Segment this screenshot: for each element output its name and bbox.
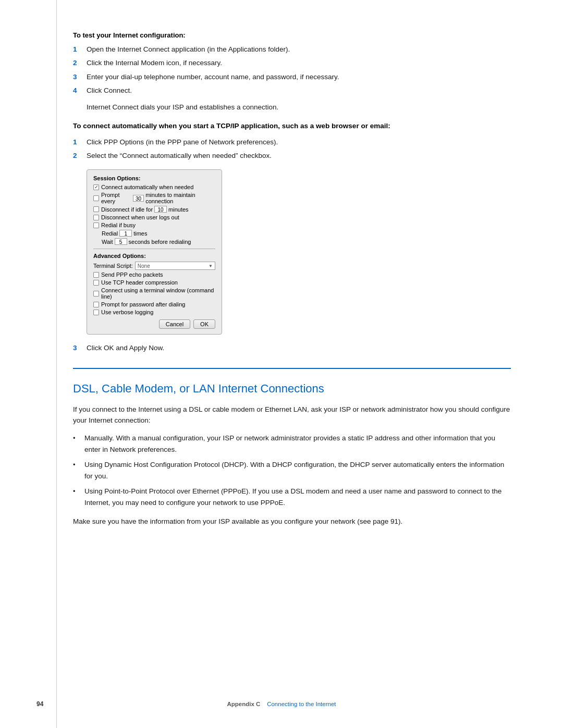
dialog-wait-label: Wait — [102, 239, 113, 245]
dsl-heading: DSL, Cable Modem, or LAN Internet Connec… — [73, 381, 511, 397]
section1-steps: 1 Open the Internet Connect application … — [73, 44, 511, 96]
section2-steps: 1 Click PPP Options (in the PPP pane of … — [73, 137, 511, 162]
section2-step3-text: Click OK and Apply Now. — [87, 343, 511, 353]
dialog-redial-label: Redial — [102, 230, 118, 237]
dialog-checkbox-adv4 — [93, 302, 99, 307]
footer-separator — [262, 701, 265, 707]
dialog-divider — [93, 249, 215, 249]
section2: To connect automatically when you start … — [73, 121, 511, 353]
step-4-number: 4 — [73, 85, 84, 96]
dialog-adv-row2: Use TCP header compression — [93, 279, 215, 286]
footer-center: Appendix C Connecting to the Internet — [0, 701, 563, 707]
dialog-checkbox-5 — [93, 223, 99, 228]
section2-step3-container: 3 Click OK and Apply Now. — [73, 343, 511, 353]
dialog-row1: Connect automatically when needed — [93, 184, 215, 190]
bullet-item-3: • Using Point-to-Point Protocol over Eth… — [73, 486, 511, 508]
step-3-text: Enter your dial-up telephone number, acc… — [87, 72, 511, 82]
section1: To test your Internet configuration: 1 O… — [73, 31, 511, 113]
step-4: 4 Click Connect. — [73, 85, 511, 96]
dialog-row4: Disconnect when user logs out — [93, 214, 215, 220]
footer-link: Connecting to the Internet — [267, 701, 336, 707]
dialog-adv-row3-label: Connect using a terminal window (command… — [101, 287, 215, 300]
dialog-adv-row2-label: Use TCP header compression — [101, 279, 178, 286]
section2-step-3-number: 3 — [73, 343, 84, 353]
dialog-adv-row5-label: Use verbose logging — [101, 309, 153, 315]
step-4-text: Click Connect. — [87, 85, 511, 96]
section2-step-1: 1 Click PPP Options (in the PPP pane of … — [73, 137, 511, 147]
dialog-row4-label: Disconnect when user logs out — [101, 214, 179, 220]
dialog-session-label: Session Options: — [93, 175, 215, 181]
dialog-wait-row: Wait 5 seconds before redialing — [102, 238, 215, 245]
dialog-checkbox-2 — [93, 195, 99, 201]
dialog-buttons: Cancel OK — [93, 319, 215, 329]
section2-step-2: 2 Select the “Connect automatically when… — [73, 151, 511, 161]
dsl-closing: Make sure you have the information from … — [73, 516, 511, 527]
step-3: 3 Enter your dial-up telephone number, a… — [73, 72, 511, 82]
dialog-checkbox-adv5 — [93, 310, 99, 315]
dialog-row5-label: Redial if busy — [101, 222, 136, 228]
bullet-item-1: • Manually. With a manual configuration,… — [73, 433, 511, 455]
step-1: 1 Open the Internet Connect application … — [73, 44, 511, 55]
dialog-wait-value: 5 — [115, 238, 127, 245]
dialog-checkbox-4 — [93, 215, 99, 220]
dialog-row3-label2: minutes — [168, 206, 189, 213]
dialog-checkbox-adv2 — [93, 280, 99, 286]
section2-step-2-text: Select the “Connect automatically when n… — [87, 151, 511, 161]
step-2-text: Click the Internal Modem icon, if necess… — [87, 58, 511, 68]
dialog-adv-row5: Use verbose logging — [93, 309, 215, 315]
dialog-row2: Prompt every 30 minutes to maintain conn… — [93, 192, 215, 204]
dialog-checkbox-3 — [93, 206, 99, 212]
dialog-row3-label1: Disconnect if idle for — [101, 206, 153, 213]
dialog-row2-label1: Prompt every — [101, 192, 131, 204]
dsl-bullets: • Manually. With a manual configuration,… — [73, 433, 511, 509]
left-bar — [56, 0, 57, 728]
dialog-input-idle: 10 — [154, 206, 167, 213]
page-container: To test your Internet configuration: 1 O… — [0, 0, 563, 728]
ok-button[interactable]: OK — [193, 319, 215, 329]
dialog-adv-row4: Prompt for password after dialing — [93, 301, 215, 307]
content-area: To test your Internet configuration: 1 O… — [73, 31, 511, 527]
step-2-number: 2 — [73, 58, 84, 68]
dsl-section: DSL, Cable Modem, or LAN Internet Connec… — [73, 368, 511, 527]
page-number: 94 — [36, 700, 43, 708]
dialog-terminal-select[interactable]: None ▼ — [135, 262, 215, 270]
dialog-row1-label: Connect automatically when needed — [101, 184, 193, 190]
dialog-checkbox-adv3 — [93, 291, 99, 297]
dsl-intro: If you connect to the Internet using a D… — [73, 404, 511, 426]
dialog-advanced-label: Advanced Options: — [93, 253, 215, 259]
dialog-redial-row: Redial 1 times — [102, 230, 215, 237]
section2-step-2-number: 2 — [73, 151, 84, 161]
bullet-dot-2: • — [73, 460, 82, 471]
section2-step-1-text: Click PPP Options (in the PPP pane of Ne… — [87, 137, 511, 147]
bullet-text-3: Using Point-to-Point Protocol over Ether… — [84, 486, 511, 508]
bullet-text-2: Using Dynamic Host Configuration Protoco… — [84, 459, 511, 482]
dialog-redial-value: 1 — [119, 230, 132, 237]
step-1-number: 1 — [73, 44, 84, 55]
section1-note: Internet Connect dials your ISP and esta… — [87, 102, 511, 113]
step-1-text: Open the Internet Connect application (i… — [87, 44, 511, 55]
section1-heading: To test your Internet configuration: — [73, 31, 511, 39]
chevron-down-icon: ▼ — [209, 264, 213, 268]
dialog-terminal-row: Terminal Script: None ▼ — [93, 262, 215, 270]
footer-appendix: Appendix C — [227, 701, 260, 707]
dialog-checkbox-adv1 — [93, 272, 99, 278]
step-3-number: 3 — [73, 72, 84, 82]
dialog-adv-row4-label: Prompt for password after dialing — [101, 301, 185, 307]
dialog-adv-row3: Connect using a terminal window (command… — [93, 287, 215, 300]
dialog-row2-label2: minutes to maintain connection — [145, 192, 215, 204]
section2-heading: To connect automatically when you start … — [73, 121, 511, 131]
dialog-checkbox-1 — [93, 184, 99, 190]
dialog-adv-row1-label: Send PPP echo packets — [101, 272, 163, 278]
step-2: 2 Click the Internal Modem icon, if nece… — [73, 58, 511, 68]
bullet-dot-1: • — [73, 433, 82, 444]
cancel-button[interactable]: Cancel — [159, 319, 190, 329]
bullet-text-1: Manually. With a manual configuration, y… — [84, 433, 511, 455]
dialog-row5: Redial if busy — [93, 222, 215, 228]
dialog-adv-row1: Send PPP echo packets — [93, 272, 215, 278]
section2-step-1-number: 1 — [73, 137, 84, 147]
dialog-input-prompt-every: 30 — [133, 195, 144, 202]
page-footer: 94 Appendix C Connecting to the Internet — [0, 701, 563, 707]
dialog-terminal-label: Terminal Script: — [93, 263, 133, 269]
bullet-item-2: • Using Dynamic Host Configuration Proto… — [73, 459, 511, 482]
dialog-redial-unit: times — [133, 230, 147, 237]
